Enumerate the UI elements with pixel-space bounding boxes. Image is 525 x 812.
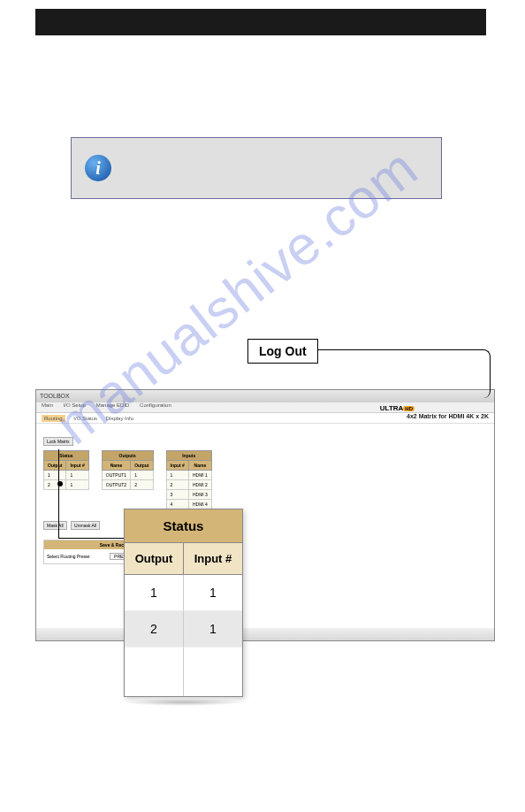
cell-output: 2 [125, 611, 184, 647]
ss-content: Lock Matrix Status OutputInput # 11 21 O… [36, 424, 494, 636]
subtab-display[interactable]: Display Info [106, 416, 133, 421]
mini-inputs-table: Inputs Input #Name 1HDMI 1 2HDMI 2 3HDMI… [166, 450, 212, 509]
cell-output: 1 [125, 575, 184, 611]
cell-input: 1 [184, 575, 242, 611]
table-row: 1 1 [125, 575, 242, 611]
ss-footer [36, 628, 494, 640]
empty-rows [125, 647, 242, 696]
status-col-input: Input # [184, 543, 242, 575]
embedded-screenshot: TOOLBOX Main I/O Setup Manage EDID Confi… [35, 389, 495, 641]
table-row: 2 1 [125, 611, 242, 647]
tab-edid[interactable]: Manage EDID [96, 402, 130, 408]
unmask-all-btn[interactable]: Unmask All [71, 521, 100, 530]
subtab-iostatus[interactable]: I/O Status [73, 416, 97, 421]
ultrahd-logo: ULTRAHD [380, 404, 415, 412]
callout-connector [309, 349, 491, 398]
status-callout-line-v [58, 449, 59, 538]
cell-input: 1 [184, 611, 242, 647]
product-name: 4x2 Matrix for HDMI 4K x 2K [407, 413, 489, 419]
mini-outputs-table: Outputs NameOutput OUTPUT11 OUTPUT22 [102, 450, 154, 509]
info-icon: i [85, 155, 111, 181]
callout-shadow [124, 699, 243, 706]
mini-status-table: Status OutputInput # 11 21 [43, 450, 89, 509]
logout-callout-label: Log Out [247, 339, 318, 364]
subtab-routing[interactable]: Routing [42, 415, 65, 422]
preset-label: Select Routing Preset [47, 554, 89, 559]
ss-main-tabs: Main I/O Setup Manage EDID Configuration [36, 402, 494, 413]
tab-main[interactable]: Main [42, 402, 53, 408]
top-black-bar [35, 9, 486, 35]
tab-config[interactable]: Configuration [140, 402, 171, 408]
lock-matrix-btn[interactable]: Lock Matrix [43, 437, 73, 446]
mask-all-btn[interactable]: Mask All [43, 521, 67, 530]
tab-io[interactable]: I/O Setup [64, 402, 86, 408]
status-col-output: Output [125, 543, 184, 575]
status-title: Status [125, 509, 242, 543]
info-note-box: i [71, 137, 442, 199]
status-callout-line-h [58, 538, 125, 539]
status-zoom-callout: Status Output Input # 1 1 2 1 [124, 509, 243, 697]
